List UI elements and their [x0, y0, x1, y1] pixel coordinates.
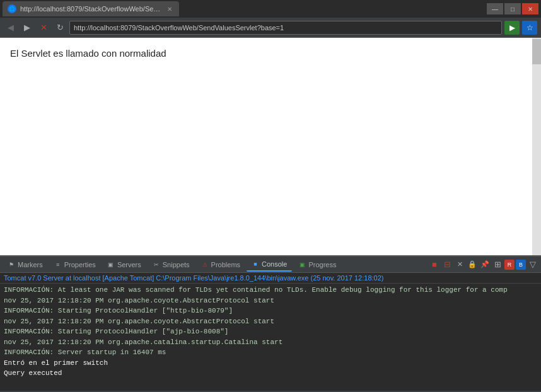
- tab-bar: 🌐 http://localhost:8079/StackOverflowWeb…: [0, 0, 541, 18]
- reload-button[interactable]: ↻: [53, 21, 67, 35]
- snippets-icon: ✂: [153, 261, 160, 268]
- tab-snippets-label: Snippets: [163, 261, 190, 268]
- progress-icon: ▣: [298, 261, 306, 268]
- browser-content-area: El Servlet es llamado con normalidad: [0, 38, 541, 255]
- servlet-response-text: El Servlet es llamado con normalidad: [10, 48, 531, 59]
- console-icon: ■: [252, 260, 259, 268]
- markers-icon: ⚑: [8, 261, 15, 268]
- problems-icon: ⚠: [201, 261, 209, 268]
- bookmark-button[interactable]: ☆: [522, 21, 537, 35]
- pin-console-button[interactable]: 📌: [479, 259, 491, 270]
- console-actions: ■ ⊟ ✕ 🔒 📌 ⊞ R B ▽: [429, 259, 538, 270]
- go-button[interactable]: ▶: [504, 21, 520, 35]
- address-bar: ◀ ▶ ✕ ↻ ▶ ☆: [0, 18, 541, 38]
- window-controls: — □ ✕: [487, 3, 538, 14]
- more-options-button[interactable]: ▽: [527, 259, 538, 270]
- console-tabs-bar: ⚑ Markers ≡ Properties ▣ Servers ✂ Snipp…: [0, 257, 541, 273]
- log-line-2: INFORMACIÓN: Starting ProtocolHandler ["…: [4, 306, 537, 316]
- tab-servers[interactable]: ▣ Servers: [102, 258, 146, 272]
- tab-close-button[interactable]: ✕: [165, 4, 174, 13]
- minimize-button[interactable]: —: [487, 3, 503, 14]
- scrollbar-thumb[interactable]: [532, 39, 541, 64]
- log-line-3: nov 25, 2017 12:18:20 PM org.apache.coyo…: [4, 316, 537, 327]
- view-menu-button[interactable]: B: [516, 260, 526, 270]
- stop-button[interactable]: ✕: [37, 21, 50, 35]
- close-button[interactable]: ✕: [522, 3, 538, 14]
- tab-properties[interactable]: ≡ Properties: [49, 258, 101, 272]
- forward-button[interactable]: ▶: [20, 21, 34, 35]
- log-line-0: INFORMACIÓN: At least one JAR was scanne…: [4, 285, 537, 296]
- tab-snippets[interactable]: ✂ Snippets: [148, 258, 195, 272]
- properties-icon: ≡: [54, 261, 62, 268]
- tab-console[interactable]: ■ Console: [247, 258, 292, 272]
- tab-markers-label: Markers: [18, 261, 43, 268]
- tab-markers[interactable]: ⚑ Markers: [3, 258, 48, 272]
- console-output: INFORMACIÓN: At least one JAR was scanne…: [0, 284, 541, 391]
- scroll-lock-button[interactable]: 🔒: [467, 259, 478, 270]
- log-line-4: INFORMACIÓN: Starting ProtocolHandler ["…: [4, 326, 537, 337]
- tab-servers-label: Servers: [117, 261, 141, 268]
- log-line-7: Entró en el primer switch: [4, 358, 537, 369]
- log-line-6: INFORMACIÓN: Server startup in 16407 ms: [4, 347, 537, 358]
- terminate-button[interactable]: ■: [429, 259, 440, 270]
- log-line-1: nov 25, 2017 12:18:20 PM org.apache.coyo…: [4, 296, 537, 306]
- tab-progress-label: Progress: [308, 261, 336, 268]
- log-line-8: Query executed: [4, 368, 537, 379]
- scrollbar[interactable]: [532, 38, 541, 255]
- tab-problems[interactable]: ⚠ Problems: [196, 258, 245, 272]
- tab-progress[interactable]: ▣ Progress: [293, 258, 341, 272]
- url-input[interactable]: [69, 21, 502, 35]
- clear-console-button[interactable]: ✕: [454, 259, 465, 270]
- log-line-5: nov 25, 2017 12:18:20 PM org.apache.cata…: [4, 337, 537, 348]
- tab-title: http://localhost:8079/StackOverflowWeb/S…: [20, 5, 161, 13]
- tab-properties-label: Properties: [64, 261, 96, 268]
- bottom-panel: ⚑ Markers ≡ Properties ▣ Servers ✂ Snipp…: [0, 255, 541, 391]
- console-server-info: Tomcat v7.0 Server at localhost [Apache …: [0, 273, 541, 284]
- open-in-editor-button[interactable]: R: [504, 260, 515, 270]
- tab-favicon: 🌐: [8, 4, 16, 13]
- browser-tab[interactable]: 🌐 http://localhost:8079/StackOverflowWeb…: [3, 1, 179, 16]
- servers-icon: ▣: [107, 261, 115, 268]
- maximize-button[interactable]: □: [504, 3, 521, 14]
- remove-launch-button[interactable]: ⊟: [441, 259, 453, 270]
- tab-problems-label: Problems: [211, 261, 240, 268]
- back-button[interactable]: ◀: [4, 21, 18, 35]
- console-menu-button[interactable]: ⊞: [492, 259, 503, 270]
- tab-console-label: Console: [262, 260, 287, 268]
